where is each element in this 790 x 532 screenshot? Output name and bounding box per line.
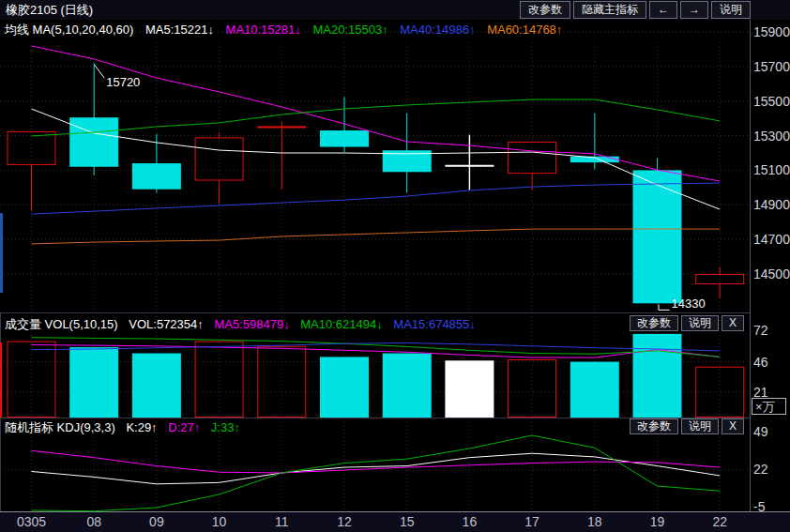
ma-indicator-row: 均线 MA(5,10,20,40,60) MA5:15221↓ MA10:152…: [5, 22, 570, 38]
title-bar-buttons: 改参数 隐藏主指标 ← → 说明: [517, 1, 751, 19]
left-arrow-icon: ←: [658, 3, 669, 16]
date-axis-label: 0305: [17, 514, 46, 529]
price-axis-label: 15500: [753, 94, 790, 109]
candle-body: [258, 127, 306, 128]
left-edge-sliver: [0, 213, 3, 293]
chart-canvas[interactable]: 1590015700155001530015100149001470014500…: [0, 0, 790, 532]
volume-change-params-button[interactable]: 改参数: [630, 315, 678, 331]
date-axis-label: 18: [587, 514, 602, 529]
low-price-annotation: 14330: [672, 296, 706, 311]
volume-params-label: 成交量 VOL(5,10,15): [5, 317, 118, 331]
date-axis-label: 17: [524, 514, 539, 529]
ma20-value: MA20:15503↑: [312, 23, 387, 37]
date-axis-label: 11: [275, 514, 289, 529]
prev-period-button[interactable]: ←: [649, 1, 677, 19]
kdj-params-label: 随机指标 KDJ(9,3,3): [5, 420, 115, 434]
right-arrow-icon: →: [689, 3, 700, 16]
date-axis-label: 22: [712, 514, 727, 529]
kdj-k-value: K:29↑: [126, 420, 157, 434]
price-axis-label: 15700: [753, 59, 790, 74]
volume-unit-label: ×万: [755, 400, 775, 414]
hide-main-indicator-button[interactable]: 隐藏主指标: [573, 1, 646, 19]
ma-params-label: 均线 MA(5,10,20,40,60): [5, 23, 133, 37]
kdj-help-button[interactable]: 说明: [681, 418, 719, 434]
date-axis-label: 09: [149, 514, 164, 529]
volume-value: VOL:572354↑: [129, 317, 204, 331]
change-params-button[interactable]: 改参数: [520, 1, 570, 19]
annotation-leader: [659, 304, 670, 310]
ma-line: [32, 99, 721, 136]
candle-body: [69, 117, 118, 167]
price-axis-label: 14900: [753, 197, 790, 212]
kdj-d-value: D:27↑: [168, 420, 200, 434]
kdj-close-button[interactable]: X: [722, 418, 744, 434]
page-title: 橡胶2105 (日线): [6, 3, 93, 17]
kdj-axis-label: 22: [753, 462, 768, 477]
volume-bar: [69, 347, 118, 418]
volume-ma10-value: MA10:621494↓: [300, 317, 382, 331]
volume-ma5-value: MA5:598479↓: [214, 317, 289, 331]
volume-bar: [132, 354, 181, 418]
ma-line: [32, 343, 721, 351]
kdj-change-params-button[interactable]: 改参数: [630, 418, 678, 434]
volume-pane-buttons: 改参数 说明 X: [627, 315, 744, 331]
price-axis-label: 15300: [753, 129, 790, 144]
volume-pane-header: 成交量 VOL(5,10,15) VOL:572354↑ MA5:598479↓…: [5, 316, 790, 333]
volume-bar: [8, 342, 55, 417]
ma10-value: MA10:15281↓: [226, 23, 301, 37]
volume-bar: [320, 357, 369, 418]
volume-close-button[interactable]: X: [722, 315, 744, 331]
volume-help-button[interactable]: 说明: [681, 315, 719, 331]
price-axis-label: 14500: [753, 266, 790, 281]
volume-bar: [570, 362, 619, 418]
volume-ma15-value: MA15:674855↓: [393, 317, 475, 331]
price-axis-label: 14700: [753, 232, 790, 247]
date-axis-label: 08: [86, 514, 101, 529]
ma-line: [32, 229, 721, 244]
date-axis-label: 12: [337, 514, 352, 529]
volume-bar: [633, 334, 682, 418]
ma60-value: MA60:14768↑: [487, 23, 562, 37]
kdj-pane-header: 随机指标 KDJ(9,3,3) K:29↑ D:27↑ J:33↑ 改参数 说明…: [5, 419, 790, 436]
ma-line: [32, 435, 721, 511]
volume-bar: [383, 354, 432, 418]
ma40-value: MA40:14986↑: [400, 23, 475, 37]
help-button[interactable]: 说明: [711, 1, 751, 19]
price-axis-label: 15900: [753, 24, 790, 39]
kdj-j-value: J:33↑: [211, 420, 240, 434]
kdj-pane-buttons: 改参数 说明 X: [627, 418, 744, 434]
date-axis-label: 19: [650, 514, 665, 529]
ma5-value: MA5:15221↓: [145, 23, 214, 37]
candle-body: [509, 143, 556, 174]
price-axis-label: 15100: [753, 162, 790, 177]
annotation-leader: [95, 65, 105, 78]
volume-bar: [445, 360, 494, 418]
app-window: 1590015700155001530015100149001470014500…: [0, 0, 790, 532]
candle-body: [633, 170, 682, 303]
volume-axis-label: 46: [753, 355, 768, 370]
date-axis-label: 10: [212, 514, 227, 529]
volume-axis-label: 21: [753, 385, 768, 400]
next-period-button[interactable]: →: [680, 1, 708, 19]
kdj-axis-label: -5: [753, 499, 766, 514]
left-edge-volume-sliver: [0, 342, 2, 418]
date-axis-label: 15: [400, 514, 415, 529]
high-price-annotation: 15720: [106, 75, 140, 89]
volume-bar: [195, 342, 243, 417]
candle-body: [320, 130, 369, 147]
title-bar: 橡胶2105 (日线) 改参数 隐藏主指标 ← → 说明: [0, 0, 790, 20]
date-axis-label: 16: [463, 514, 478, 529]
candle-body: [132, 163, 181, 190]
date-axis-bar: [0, 512, 790, 532]
